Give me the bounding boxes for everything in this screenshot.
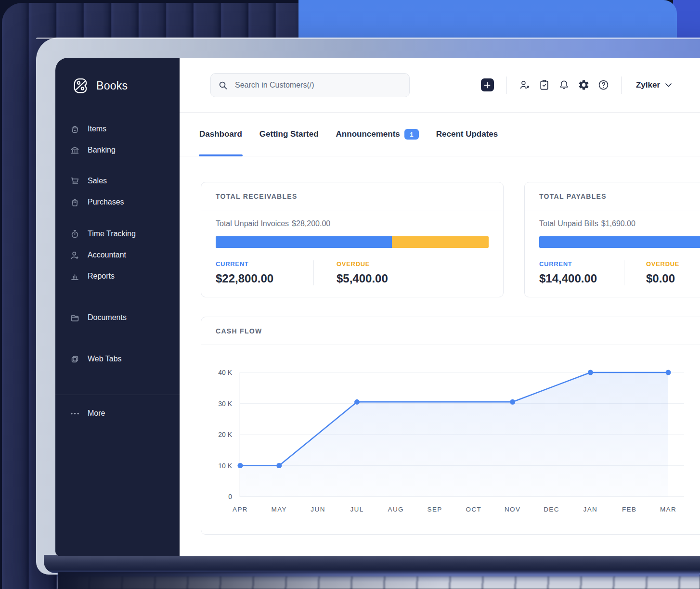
svg-text:AUG: AUG bbox=[388, 506, 404, 513]
tab-label: Getting Started bbox=[259, 129, 319, 139]
sidebar-item-label: Accountant bbox=[88, 251, 126, 259]
card-title: TOTAL PAYABLES bbox=[539, 192, 607, 200]
accountant-icon bbox=[70, 250, 80, 260]
overdue-label: OVERDUE bbox=[646, 260, 679, 268]
card-title: CASH FLOW bbox=[216, 327, 262, 335]
tab-label: Recent Updates bbox=[436, 129, 498, 139]
sidebar-item-purchases[interactable]: Purchases bbox=[55, 192, 180, 213]
unpaid-summary: Total Unpaid Invoices$28,200.00 bbox=[216, 219, 489, 228]
web-tabs-icon bbox=[70, 354, 80, 364]
sidebar-divider bbox=[55, 395, 180, 395]
card-header: TOTAL PAYABLES bbox=[525, 182, 700, 210]
tab-label: Dashboard bbox=[199, 129, 242, 139]
shopping-bag-icon bbox=[70, 197, 80, 207]
app-logo[interactable]: Books bbox=[72, 77, 180, 94]
overdue-label: OVERDUE bbox=[337, 260, 388, 268]
sidebar-item-label: Web Tabs bbox=[88, 355, 122, 363]
svg-text:30 K: 30 K bbox=[218, 400, 232, 408]
keyboard-keys bbox=[58, 576, 700, 589]
sidebar-item-reports[interactable]: Reports bbox=[55, 266, 180, 287]
tab-dashboard[interactable]: Dashboard bbox=[199, 113, 242, 156]
sidebar-item-web-tabs[interactable]: Web Tabs bbox=[55, 348, 180, 370]
sidebar-item-more[interactable]: More bbox=[55, 403, 180, 424]
laptop-keyboard bbox=[58, 572, 700, 589]
global-search[interactable] bbox=[210, 73, 410, 97]
dashboard-content: TOTAL RECEIVABLES Total Unpaid Invoices$… bbox=[180, 156, 700, 535]
current-value: $14,400.00 bbox=[539, 272, 624, 285]
current-label: CURRENT bbox=[216, 260, 313, 268]
sidebar-group: SalesPurchases bbox=[55, 170, 180, 213]
cash-flow-card: CASH FLOW 010 K20 K30 K40 KAPRMAYJUNJULA… bbox=[201, 317, 700, 535]
card-title: TOTAL RECEIVABLES bbox=[216, 192, 298, 200]
stopwatch-icon bbox=[70, 229, 80, 239]
sidebar-item-label: Items bbox=[88, 125, 106, 133]
svg-text:40 K: 40 K bbox=[218, 369, 232, 376]
quick-add-button[interactable] bbox=[481, 78, 494, 91]
svg-text:OCT: OCT bbox=[466, 506, 482, 513]
current-label: CURRENT bbox=[539, 260, 624, 268]
cash-flow-chart-area: 010 K20 K30 K40 KAPRMAYJUNJULAUGSEPOCTNO… bbox=[201, 345, 700, 534]
laptop-hinge bbox=[58, 572, 700, 577]
sidebar-item-label: Reports bbox=[88, 272, 115, 281]
org-name: Zylker bbox=[636, 80, 660, 90]
search-icon bbox=[218, 80, 228, 90]
overdue-stat: OVERDUE $0.00 bbox=[646, 260, 679, 285]
unpaid-summary-value: $28,200.00 bbox=[292, 219, 330, 228]
sidebar-item-sales[interactable]: Sales bbox=[55, 170, 180, 192]
books-logo-icon bbox=[72, 77, 89, 94]
card-body: Total Unpaid Bills$1,690.00 CURRENT $14,… bbox=[525, 210, 700, 285]
unpaid-summary-label: Total Unpaid Bills bbox=[539, 219, 598, 228]
sidebar-item-banking[interactable]: Banking bbox=[55, 140, 180, 161]
sidebar-item-label: Time Tracking bbox=[88, 230, 136, 238]
sidebar-item-time-tracking[interactable]: Time Tracking bbox=[55, 223, 180, 244]
overdue-value: $5,400.00 bbox=[337, 272, 388, 285]
svg-text:NOV: NOV bbox=[505, 506, 520, 513]
sidebar-group: ItemsBanking bbox=[55, 118, 180, 161]
card-body: Total Unpaid Invoices$28,200.00 CURRENT … bbox=[201, 210, 503, 285]
sidebar-group: Time TrackingAccountantReports bbox=[55, 223, 180, 287]
current-stat: CURRENT $14,400.00 bbox=[539, 260, 624, 285]
plus-icon bbox=[484, 82, 491, 89]
sidebar-item-items[interactable]: Items bbox=[55, 118, 180, 140]
sidebar-group: Web Tabs bbox=[55, 348, 180, 370]
tab-label: Announcements bbox=[336, 129, 400, 139]
unpaid-summary-value: $1,690.00 bbox=[601, 219, 635, 228]
sidebar-item-accountant[interactable]: Accountant bbox=[55, 244, 180, 266]
sidebar-nav: ItemsBankingSalesPurchasesTime TrackingA… bbox=[55, 118, 180, 379]
basket-icon bbox=[70, 124, 80, 134]
cashflow-chart: 010 K20 K30 K40 KAPRMAYJUNJULAUGSEPOCTNO… bbox=[201, 345, 700, 534]
org-switcher[interactable]: Zylker bbox=[636, 80, 672, 90]
tab-announcements[interactable]: Announcements1 bbox=[336, 113, 419, 156]
payables-progress-fill bbox=[539, 236, 700, 248]
svg-text:0: 0 bbox=[228, 493, 232, 500]
notifications-icon[interactable] bbox=[558, 79, 570, 91]
chevron-down-icon bbox=[665, 83, 672, 87]
svg-text:JUL: JUL bbox=[350, 506, 363, 513]
tab-recent-updates[interactable]: Recent Updates bbox=[436, 113, 498, 156]
tab-getting-started[interactable]: Getting Started bbox=[259, 113, 319, 156]
help-icon[interactable] bbox=[597, 79, 609, 91]
search-input[interactable] bbox=[234, 80, 402, 90]
laptop-bezel-bottom bbox=[44, 555, 700, 573]
svg-text:APR: APR bbox=[233, 506, 248, 513]
app-window: Books ItemsBankingSalesPurchasesTime Tra… bbox=[55, 58, 700, 556]
sidebar-item-label: Sales bbox=[88, 177, 107, 185]
laptop-bezel-highlight bbox=[36, 38, 700, 39]
receivables-progress-fill bbox=[216, 236, 392, 248]
overdue-stat: OVERDUE $5,400.00 bbox=[337, 260, 388, 285]
folder-icon bbox=[70, 313, 80, 323]
referrals-icon[interactable] bbox=[519, 79, 531, 91]
ellipsis-icon bbox=[70, 409, 80, 419]
settings-icon[interactable] bbox=[578, 79, 590, 91]
unpaid-summary: Total Unpaid Bills$1,690.00 bbox=[539, 219, 700, 228]
svg-text:MAY: MAY bbox=[272, 506, 287, 513]
svg-text:20 K: 20 K bbox=[218, 431, 232, 438]
unpaid-summary-label: Total Unpaid Invoices bbox=[216, 219, 289, 228]
header-divider bbox=[622, 77, 622, 94]
svg-text:JAN: JAN bbox=[583, 506, 598, 513]
sidebar-item-label: Purchases bbox=[88, 198, 124, 206]
svg-text:MAR: MAR bbox=[660, 506, 676, 513]
sidebar-item-documents[interactable]: Documents bbox=[55, 307, 180, 328]
tasks-icon[interactable] bbox=[538, 79, 550, 91]
svg-text:DEC: DEC bbox=[544, 506, 559, 513]
